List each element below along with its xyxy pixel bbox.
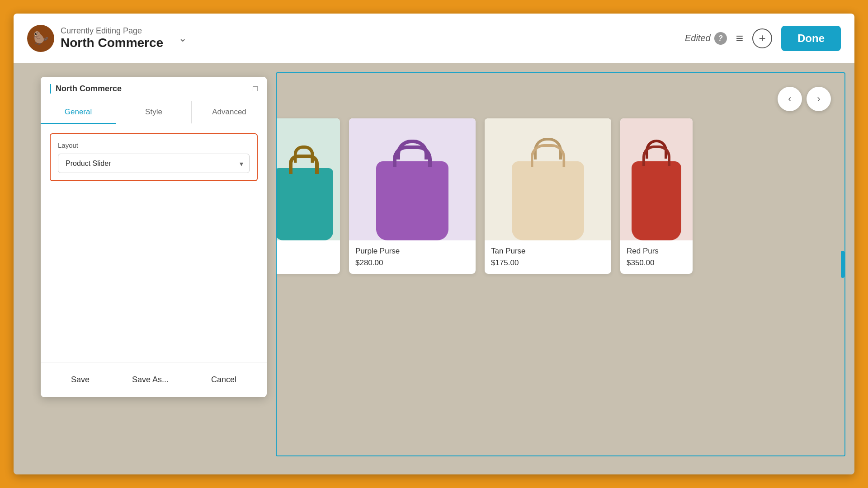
product-image-purple xyxy=(349,118,476,240)
help-icon[interactable]: ? xyxy=(714,32,727,45)
product-info-purple: Purple Purse $280.00 xyxy=(349,240,476,274)
logo-icon: 🦫 xyxy=(27,25,54,52)
panel-header: North Commerce □ xyxy=(41,77,267,101)
content-area: North Commerce □ General Style Advanced … xyxy=(14,63,854,474)
slider-nav: ‹ › xyxy=(778,87,831,111)
product-name-tan: Tan Purse xyxy=(491,247,605,256)
maximize-icon[interactable]: □ xyxy=(253,84,258,94)
cancel-button[interactable]: Cancel xyxy=(202,371,245,388)
page-name-title: North Commerce xyxy=(61,36,163,50)
currently-editing-label: Currently Editing Page xyxy=(61,26,163,36)
panel-title: North Commerce xyxy=(50,84,122,94)
slider-scrollbar[interactable] xyxy=(841,251,844,278)
top-bar: 🦫 Currently Editing Page North Commerce … xyxy=(14,14,854,63)
slider-container: ‹ › xyxy=(276,72,845,456)
panel-footer: Save Save As... Cancel xyxy=(41,362,267,397)
product-price-purple: $280.00 xyxy=(355,258,469,267)
layout-select[interactable]: Product Slider Product Grid Product List xyxy=(58,154,250,173)
edited-badge: Edited ? xyxy=(685,32,727,45)
product-price-red: $350.00 xyxy=(627,258,686,267)
page-info: Currently Editing Page North Commerce xyxy=(61,26,163,50)
tab-general[interactable]: General xyxy=(41,101,116,124)
save-as-button[interactable]: Save As... xyxy=(123,371,178,388)
tab-advanced[interactable]: Advanced xyxy=(192,101,267,124)
product-card-tan[interactable]: Tan Purse $175.00 xyxy=(485,118,611,274)
add-button[interactable]: + xyxy=(752,28,772,48)
product-name-red: Red Purs xyxy=(627,247,686,256)
slider-prev-button[interactable]: ‹ xyxy=(778,87,802,111)
product-card-partial-teal[interactable] xyxy=(276,118,340,274)
layout-section: Layout Product Slider Product Grid Produ… xyxy=(50,133,258,181)
panel-empty-space xyxy=(50,181,258,353)
products-row: Purple Purse $280.00 Tan Purse $175. xyxy=(276,118,844,274)
panel-tabs: General Style Advanced xyxy=(41,101,267,124)
product-info-red: Red Purs $350.00 xyxy=(620,240,693,274)
product-image-red xyxy=(620,118,693,240)
product-image-tan xyxy=(485,118,611,240)
list-icon[interactable]: ≡ xyxy=(736,31,743,46)
product-card-red[interactable]: Red Purs $350.00 xyxy=(620,118,693,274)
edited-label: Edited xyxy=(685,33,711,43)
product-name-purple: Purple Purse xyxy=(355,247,469,256)
save-button[interactable]: Save xyxy=(62,371,99,388)
product-image-teal xyxy=(276,118,340,240)
product-price-tan: $175.00 xyxy=(491,258,605,267)
product-card-purple[interactable]: Purple Purse $280.00 xyxy=(349,118,476,274)
panel-body: Layout Product Slider Product Grid Produ… xyxy=(41,124,267,362)
done-button[interactable]: Done xyxy=(781,26,841,51)
settings-panel: North Commerce □ General Style Advanced … xyxy=(41,77,267,397)
layout-select-wrapper: Product Slider Product Grid Product List… xyxy=(58,154,250,173)
logo-area: 🦫 Currently Editing Page North Commerce … xyxy=(27,25,685,52)
tab-style[interactable]: Style xyxy=(116,101,192,124)
top-bar-right: Edited ? ≡ + Done xyxy=(685,26,841,51)
page-dropdown-button[interactable]: ⌄ xyxy=(179,33,187,44)
slider-next-button[interactable]: › xyxy=(807,87,831,111)
main-window: 🦫 Currently Editing Page North Commerce … xyxy=(14,14,854,474)
product-info-tan: Tan Purse $175.00 xyxy=(485,240,611,274)
layout-label: Layout xyxy=(58,141,250,149)
